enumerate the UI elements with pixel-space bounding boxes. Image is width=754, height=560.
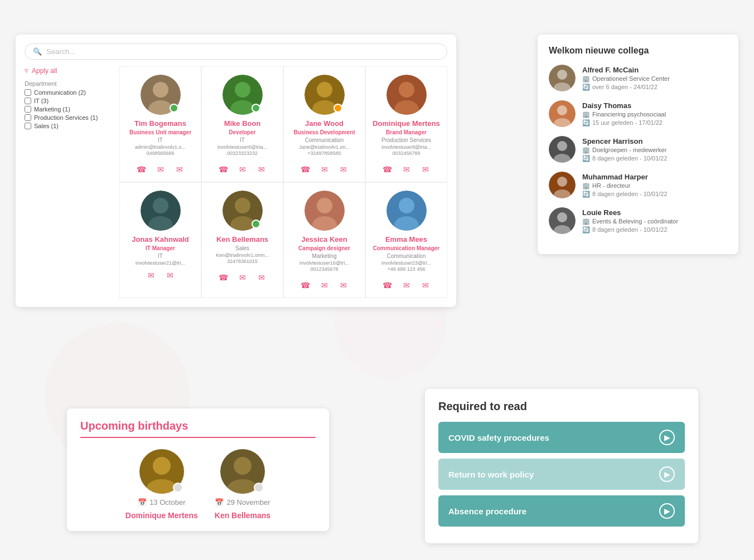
colleague-info: Daisy Thomas 🏢Financiering psychosociaal…	[582, 101, 727, 126]
birthday-date-text: 29 November	[226, 498, 270, 507]
employee-card: Emma Mees Communication Manager Communic…	[365, 182, 447, 298]
chat-icon[interactable]: ✉	[163, 269, 177, 282]
required-item-arrow: ▶	[659, 430, 675, 445]
colleague-avatar	[549, 65, 576, 91]
email-icon[interactable]: ✉	[318, 163, 331, 176]
colleague-dept: 🏢Events & Beleving - coördinator	[582, 218, 727, 225]
filter-production-checkbox[interactable]	[25, 114, 31, 121]
colleague-info: Louie Rees 🏢Events & Beleving - coördina…	[582, 208, 727, 233]
filter-communication[interactable]: Communication (2)	[25, 89, 114, 96]
employee-email: involvtestuser8@tria...	[381, 144, 431, 150]
employee-phone: 0498565666	[146, 150, 174, 156]
chat-icon[interactable]: ✉	[255, 271, 268, 284]
clock-icon: 🔄	[582, 119, 590, 126]
employee-dept: IT	[158, 253, 163, 259]
chat-icon[interactable]: ✉	[419, 163, 432, 176]
search-icon: 🔍	[33, 47, 42, 56]
required-panel: Required to read COVID safety procedures…	[425, 389, 698, 543]
employee-actions: ☎ ✉ ✉	[217, 163, 268, 176]
clock-icon: 🔄	[582, 155, 590, 162]
building-icon: 🏢	[582, 147, 590, 154]
birthday-date: 📅 29 November	[215, 498, 270, 507]
employee-email: involvtestuser23@tri...	[381, 260, 431, 266]
required-item[interactable]: Absence procedure ▶	[438, 495, 685, 527]
chat-icon[interactable]: ✉	[337, 163, 350, 176]
svg-point-22	[399, 198, 414, 213]
employee-phone: 32478361015	[227, 259, 258, 264]
phone-icon[interactable]: ☎	[217, 163, 230, 176]
building-icon: 🏢	[582, 218, 590, 225]
employee-actions: ✉ ✉	[144, 269, 177, 282]
required-item-arrow: ▶	[659, 466, 675, 482]
chat-icon[interactable]: ✉	[337, 279, 350, 292]
employee-title: IT Manager	[146, 245, 175, 251]
chat-icon[interactable]: ✉	[173, 163, 186, 176]
employee-title: Communication Manager	[373, 245, 439, 251]
required-item-label: Return to work policy	[448, 470, 534, 479]
phone-icon[interactable]: ☎	[381, 163, 394, 176]
phone-icon[interactable]: ☎	[217, 271, 230, 284]
birthday-avatar	[220, 449, 265, 494]
phone-icon[interactable]: ☎	[299, 279, 312, 292]
welcome-panel: Welkom nieuwe collega Alfred F. McCain 🏢…	[538, 35, 738, 254]
filter-it[interactable]: IT (3)	[25, 98, 114, 104]
employee-phone: +49 489 123 456	[388, 266, 426, 272]
apply-all-row[interactable]: ▿ Apply all	[25, 66, 114, 75]
email-icon[interactable]: ✉	[400, 163, 413, 176]
phone-icon[interactable]: ☎	[299, 163, 312, 176]
birthday-date-text: 13 October	[149, 498, 185, 507]
email-icon[interactable]: ✉	[144, 269, 158, 282]
employee-phone: 0012345678	[310, 266, 338, 272]
filter-it-checkbox[interactable]	[25, 98, 31, 104]
chat-icon[interactable]: ✉	[419, 279, 432, 292]
colleague-name: Spencer Harrison	[582, 137, 727, 145]
email-icon[interactable]: ✉	[154, 163, 167, 176]
email-icon[interactable]: ✉	[236, 271, 249, 284]
filter-communication-checkbox[interactable]	[25, 89, 31, 96]
employee-card: Jonas Kahnwald IT Manager IT involvtestu…	[119, 182, 201, 298]
clock-icon: 🔄	[582, 226, 590, 233]
filter-production[interactable]: Production Services (1)	[25, 114, 114, 121]
department-label: Department	[25, 80, 114, 87]
filter-marketing[interactable]: Marketing (1)	[25, 106, 114, 113]
clock-icon: 🔄	[582, 191, 590, 198]
filter-marketing-checkbox[interactable]	[25, 106, 31, 113]
svg-point-1	[153, 82, 168, 98]
required-item[interactable]: Return to work policy ▶	[438, 459, 685, 490]
employee-card: Jane Wood Business Development Communica…	[283, 66, 365, 182]
email-icon[interactable]: ✉	[400, 279, 413, 292]
svg-point-19	[317, 198, 332, 213]
birthday-name: Dominique Mertens	[125, 511, 198, 520]
avatar-wrapper	[141, 191, 181, 231]
required-item[interactable]: COVID safety procedures ▶	[438, 422, 685, 453]
filter-sales[interactable]: Sales (1)	[25, 123, 114, 129]
filter-it-label: IT (3)	[34, 98, 49, 104]
search-bar[interactable]: 🔍 Search...	[25, 43, 447, 60]
filter-sales-checkbox[interactable]	[25, 123, 31, 129]
chat-icon[interactable]: ✉	[255, 163, 268, 176]
employee-phone: +32497858585	[307, 150, 341, 156]
filters-sidebar: ▿ Apply all Department Communication (2)…	[25, 66, 119, 298]
employee-email: Jane@trialinvolv1.on...	[299, 144, 350, 150]
required-item-arrow: ▶	[659, 503, 675, 519]
employee-actions: ☎ ✉ ✉	[217, 271, 268, 284]
employee-name: Mike Boon	[224, 119, 261, 128]
required-title: Required to read	[438, 400, 685, 413]
phone-icon[interactable]: ☎	[381, 279, 394, 292]
colleague-info: Alfred F. McCain 🏢Operationeel Service C…	[582, 66, 727, 91]
phone-icon[interactable]: ☎	[135, 163, 148, 176]
department-filters: Department Communication (2) IT (3) Mark…	[25, 80, 114, 129]
employee-title: Brand Manager	[386, 129, 427, 135]
employee-name: Ken Bellemans	[216, 235, 268, 244]
building-icon: 🏢	[582, 75, 590, 82]
email-icon[interactable]: ✉	[236, 163, 249, 176]
status-dot	[252, 220, 260, 228]
avatar	[386, 191, 427, 231]
colleague-avatar	[549, 136, 576, 163]
svg-point-7	[317, 82, 332, 98]
calendar-icon: 📅	[215, 498, 224, 507]
colleague-date: 🔄over 6 dagen - 24/01/22	[582, 84, 727, 91]
avatar-wrapper	[386, 191, 427, 231]
employee-actions: ☎ ✉ ✉	[381, 163, 432, 176]
email-icon[interactable]: ✉	[318, 279, 331, 292]
